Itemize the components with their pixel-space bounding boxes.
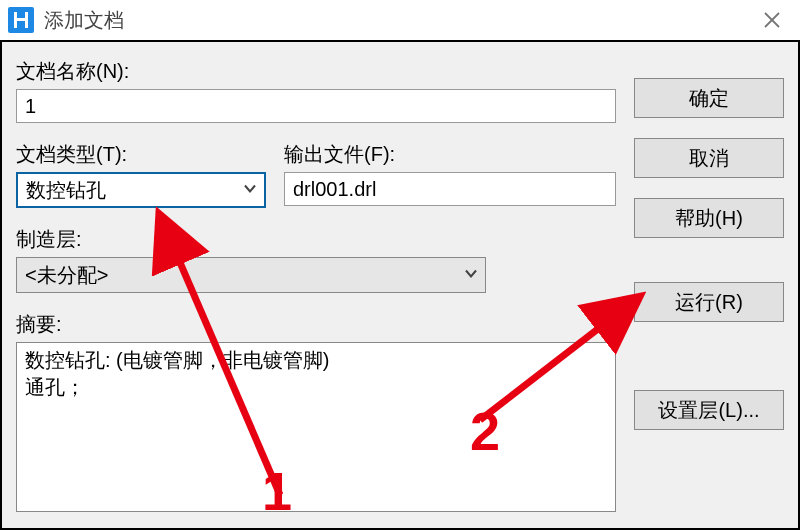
dialog-body: 文档名称(N): 文档类型(T): 数控钻孔 输出文件(F): xyxy=(0,40,800,530)
ok-button[interactable]: 确定 xyxy=(634,78,784,118)
chevron-down-icon xyxy=(242,179,258,202)
layer-select[interactable]: <未分配> xyxy=(16,257,486,293)
doc-name-input[interactable] xyxy=(16,89,616,123)
doc-type-value: 数控钻孔 xyxy=(26,177,106,204)
layer-value: <未分配> xyxy=(25,262,108,289)
set-layer-button[interactable]: 设置层(L)... xyxy=(634,390,784,430)
doc-type-select[interactable]: 数控钻孔 xyxy=(16,172,266,208)
label-output-file: 输出文件(F): xyxy=(284,141,616,168)
summary-textarea[interactable]: 数控钻孔: (电镀管脚，非电镀管脚) 通孔； xyxy=(16,342,616,512)
dialog-title: 添加文档 xyxy=(44,7,752,34)
cancel-button[interactable]: 取消 xyxy=(634,138,784,178)
label-layer: 制造层: xyxy=(16,226,616,253)
run-button[interactable]: 运行(R) xyxy=(634,282,784,322)
dialog-window: 添加文档 文档名称(N): 文档类型(T): 数控钻孔 xyxy=(0,0,800,530)
help-button[interactable]: 帮助(H) xyxy=(634,198,784,238)
label-doc-type: 文档类型(T): xyxy=(16,141,266,168)
label-doc-name: 文档名称(N): xyxy=(16,58,616,85)
chevron-down-icon xyxy=(463,264,479,287)
app-icon xyxy=(8,7,34,33)
close-icon[interactable] xyxy=(752,0,792,40)
label-summary: 摘要: xyxy=(16,311,616,338)
titlebar: 添加文档 xyxy=(0,0,800,40)
output-file-input[interactable] xyxy=(284,172,616,206)
